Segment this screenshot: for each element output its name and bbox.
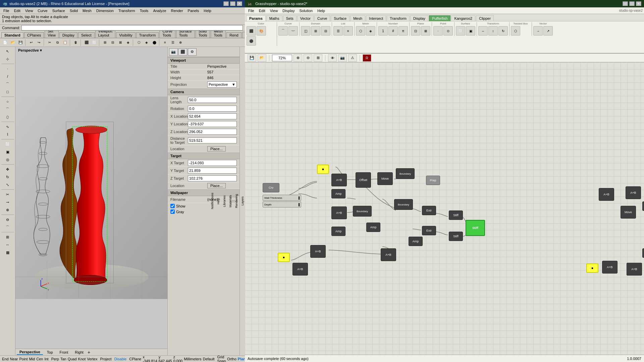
- gh-btn-vector1[interactable]: →: [533, 26, 543, 36]
- tab-solid-tools[interactable]: Solid Tools: [196, 31, 210, 38]
- gh-node-amp-right[interactable]: Amp: [409, 237, 423, 246]
- gh-node-stiff-top[interactable]: Stiff: [449, 210, 463, 220]
- gh-node-move-far[interactable]: Move: [621, 206, 636, 219]
- gh-menu-edit[interactable]: Edit: [257, 8, 267, 13]
- gh-tab-clipper[interactable]: Clipper: [476, 15, 494, 21]
- gh-maximize-button[interactable]: □: [629, 1, 635, 6]
- status-project[interactable]: Project: [100, 357, 111, 361]
- gh-node-boundary-mid-right[interactable]: Boundary: [394, 199, 413, 210]
- gh-btn-color3[interactable]: ⚫: [247, 36, 256, 46]
- gh-view-fit[interactable]: ⊞: [314, 54, 322, 62]
- xloc-input[interactable]: [188, 113, 237, 119]
- gh-btn-transform2[interactable]: ↕: [488, 26, 498, 36]
- status-disable[interactable]: Disable: [114, 357, 127, 361]
- gh-btn-mesh2[interactable]: ◈: [366, 26, 375, 36]
- tab-standard[interactable]: Standard: [1, 32, 23, 38]
- tb-save[interactable]: 💾: [17, 39, 24, 46]
- ztarget-input[interactable]: [188, 175, 237, 181]
- tb-props[interactable]: ☰: [169, 39, 176, 46]
- menu-tools[interactable]: Tools: [138, 8, 151, 13]
- gh-btn-num1[interactable]: 1: [378, 26, 388, 36]
- status-knot[interactable]: Knot: [78, 357, 86, 361]
- gh-node-amp-bottom[interactable]: Amp: [331, 227, 345, 236]
- tool-extrude[interactable]: ▣: [1, 148, 14, 156]
- tb-redo[interactable]: ↪: [35, 39, 43, 46]
- gh-node-aplusb-far[interactable]: A+B: [626, 186, 641, 199]
- tb-new[interactable]: 📄: [1, 39, 9, 46]
- location-place-button[interactable]: Place...: [207, 146, 226, 152]
- tb-wire[interactable]: ⬡: [135, 39, 143, 46]
- tool-select2[interactable]: ⊹: [1, 55, 14, 63]
- gh-btn-mesh1[interactable]: ⬡: [356, 26, 365, 36]
- vp-tab-front[interactable]: Front: [57, 350, 71, 355]
- viewport-area[interactable]: Perspective ▾: [15, 47, 167, 349]
- tb-copy[interactable]: ⧉: [54, 39, 61, 46]
- tb-render[interactable]: ⬤: [151, 39, 158, 46]
- tab-visibility[interactable]: Visibility: [116, 32, 136, 38]
- tool-arc[interactable]: ⌒: [1, 106, 14, 113]
- gh-view-zoom-out[interactable]: ⊖: [304, 54, 312, 62]
- gh-tab-vector[interactable]: Vector: [297, 15, 314, 21]
- gh-node-offset[interactable]: Offset: [356, 172, 371, 188]
- gh-minimize-button[interactable]: ─: [623, 1, 628, 6]
- tab-rend[interactable]: Rend: [226, 32, 241, 38]
- tool-split[interactable]: ⊸: [1, 198, 14, 206]
- yloc-input[interactable]: [188, 121, 237, 127]
- gh-menu-solution[interactable]: Solution: [297, 8, 315, 13]
- tab-setview[interactable]: Set View: [45, 31, 59, 38]
- tool-point[interactable]: ·: [1, 65, 14, 72]
- tool-polyline[interactable]: ⌒: [1, 80, 14, 88]
- gh-btn-curve2[interactable]: 〰: [288, 26, 298, 36]
- gh-node-aplusb-mid[interactable]: A+B: [331, 206, 347, 219]
- strip-notifications[interactable]: Notifications: [210, 191, 215, 210]
- gh-btn-plane1[interactable]: ⊡: [411, 26, 420, 36]
- gh-btn-num3[interactable]: π: [398, 26, 408, 36]
- gh-node-aplusb-farbot2[interactable]: A+B: [627, 263, 642, 276]
- tb-view-persp[interactable]: ◈: [124, 39, 132, 46]
- tool-select[interactable]: ↖: [1, 48, 14, 55]
- tab-select[interactable]: Select: [78, 32, 95, 38]
- gh-btn-list2[interactable]: ≡: [343, 26, 353, 36]
- gh-zoom-level[interactable]: 72%: [272, 55, 292, 61]
- gh-node-amp-far-mid[interactable]: Amp: [642, 248, 644, 258]
- menu-view[interactable]: View: [23, 8, 35, 13]
- tool-dim[interactable]: ↔: [1, 241, 14, 248]
- status-quad[interactable]: Quad: [68, 357, 77, 361]
- tool-revolve[interactable]: ◎: [1, 156, 14, 163]
- menu-mesh[interactable]: Mesh: [80, 8, 94, 13]
- gh-node-aplusb-top[interactable]: A+B: [331, 174, 347, 186]
- tb-undo[interactable]: ↩: [28, 39, 35, 46]
- gh-node-aplusb-mid-right[interactable]: A+B: [381, 248, 396, 261]
- tb-desel[interactable]: ⬜: [91, 39, 98, 46]
- menu-solid[interactable]: Solid: [68, 8, 80, 13]
- gh-view-camera[interactable]: 📷: [338, 54, 347, 62]
- tool-fillet[interactable]: ⌒: [1, 224, 14, 231]
- menu-help[interactable]: Help: [202, 8, 213, 13]
- status-int[interactable]: Int: [44, 357, 48, 361]
- gh-node-amp-far[interactable]: Amp: [642, 201, 644, 211]
- gh-node-aplusb-bottom-left[interactable]: A+B: [310, 245, 326, 258]
- gh-view-zoom-in[interactable]: ⊕: [293, 54, 302, 62]
- tool-layout[interactable]: ⊞: [1, 233, 14, 241]
- gh-node-stiff-green[interactable]: Stiff: [466, 220, 485, 236]
- tb-view-top[interactable]: ⊠: [117, 39, 124, 46]
- gh-menu-help[interactable]: Help: [315, 8, 327, 13]
- menu-transform[interactable]: Transform: [116, 8, 137, 13]
- strip-rendering[interactable]: Rendering: [234, 193, 239, 209]
- ytarget-input[interactable]: [188, 168, 237, 174]
- menu-analyze[interactable]: Analyze: [151, 8, 168, 13]
- gh-btn-domain1[interactable]: ◫: [301, 26, 310, 36]
- tb-paste[interactable]: 📋: [61, 39, 69, 46]
- gh-btn-vector2[interactable]: ↗: [543, 26, 553, 36]
- strip-layers[interactable]: Layers: [240, 195, 245, 207]
- gh-tab-intersect[interactable]: Intersect: [366, 15, 386, 21]
- gh-node-move[interactable]: Move: [377, 172, 393, 185]
- gh-view-warn[interactable]: ⚠: [348, 54, 357, 62]
- gh-node-boundary-mid-left[interactable]: Boundary: [353, 206, 372, 217]
- gh-btn-list1[interactable]: ☰: [333, 26, 343, 36]
- props-icon-settings[interactable]: ⚙: [188, 48, 197, 56]
- maximize-button[interactable]: □: [230, 1, 235, 6]
- gh-node-amp-top[interactable]: Amp: [331, 189, 345, 198]
- gh-tab-maths[interactable]: Maths: [266, 15, 282, 21]
- close-button[interactable]: ✕: [237, 1, 242, 6]
